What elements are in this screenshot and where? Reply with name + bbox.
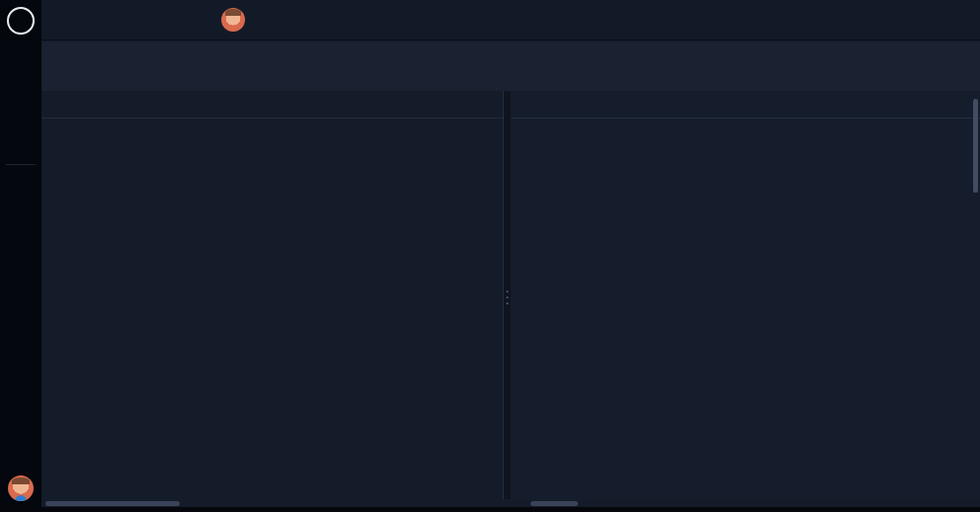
app-root — [0, 0, 980, 512]
splitter-handle-icon — [506, 289, 509, 306]
gantt-timeline-header — [511, 91, 980, 119]
task-table — [41, 91, 504, 499]
topbar — [41, 0, 980, 41]
table-horizontal-scrollbar[interactable] — [45, 501, 180, 506]
member-avatar-initials[interactable] — [242, 8, 266, 32]
sidebar-user-avatar[interactable] — [8, 475, 34, 501]
table-header-row — [41, 91, 503, 119]
gantt-body — [511, 119, 980, 499]
gantt-vertical-scrollbar[interactable] — [973, 99, 978, 193]
gantt-toolbar — [41, 42, 980, 91]
bottom-strip — [0, 507, 980, 512]
gantt-horizontal-scrollbar[interactable] — [531, 501, 578, 506]
gantt-chart — [511, 91, 980, 499]
pane-splitter[interactable] — [504, 91, 511, 499]
sidebar-divider — [6, 164, 36, 165]
sidebar — [0, 0, 41, 512]
pm-logo[interactable] — [7, 7, 35, 35]
